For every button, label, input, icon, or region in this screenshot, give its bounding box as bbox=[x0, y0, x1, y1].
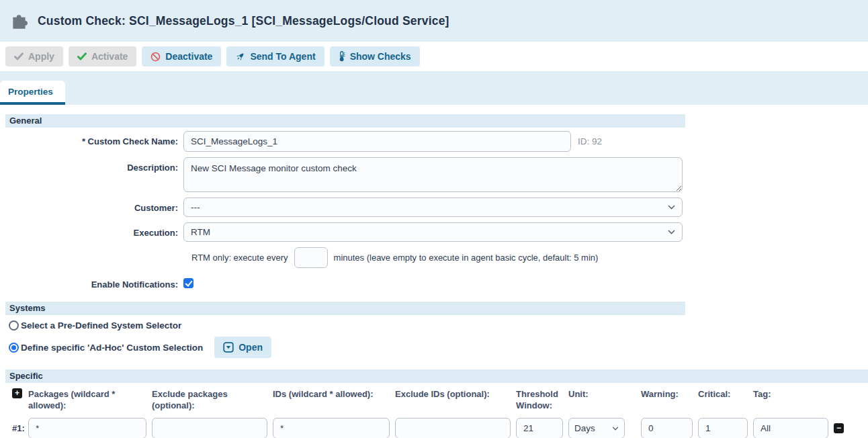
col-header-packages: Packages (wildcard * allowed): bbox=[28, 388, 146, 411]
enable-notifications-label: Enable Notifications: bbox=[0, 274, 178, 290]
custom-check-name-input[interactable] bbox=[183, 131, 571, 152]
check-id-text: ID: 92 bbox=[578, 131, 602, 146]
open-button-label: Open bbox=[238, 342, 263, 353]
general-form: * Custom Check Name: ID: 92 Description:… bbox=[0, 131, 868, 290]
send-to-agent-button[interactable]: Send To Agent bbox=[226, 46, 324, 67]
col-header-critical: Critical: bbox=[698, 388, 748, 400]
critical-input[interactable] bbox=[698, 418, 748, 438]
specific-table-header: + Packages (wildcard * allowed): Exclude… bbox=[0, 388, 868, 411]
col-header-exclude-ids: Exclude IDs (optional): bbox=[395, 388, 511, 400]
apply-button[interactable]: Apply bbox=[5, 46, 63, 67]
enable-notifications-row: Enable Notifications: bbox=[0, 274, 868, 290]
section-header-specific: Specific bbox=[5, 369, 868, 383]
chevron-down-icon bbox=[668, 205, 675, 210]
description-label: Description: bbox=[0, 157, 178, 173]
chevron-down-icon bbox=[612, 427, 619, 431]
send-to-agent-button-label: Send To Agent bbox=[250, 51, 315, 62]
check-icon bbox=[77, 52, 87, 60]
execution-row: Execution: RTM bbox=[0, 222, 868, 242]
caret-square-down-icon bbox=[223, 342, 234, 353]
deactivate-button[interactable]: Deactivate bbox=[142, 46, 221, 67]
section-header-systems: Systems bbox=[5, 302, 685, 315]
ids-input[interactable] bbox=[273, 418, 390, 438]
show-checks-button[interactable]: Show Checks bbox=[330, 46, 420, 67]
threshold-window-input[interactable] bbox=[516, 418, 563, 438]
rtm-hint-suffix: minutes (leave empty to execute in agent… bbox=[334, 253, 599, 263]
toolbar: Apply Activate Deactivate Send To Agent … bbox=[0, 42, 868, 71]
unit-select[interactable]: Days bbox=[568, 418, 625, 438]
rtm-hint-row: RTM only: execute every minutes (leave e… bbox=[191, 247, 868, 268]
custom-check-name-label: * Custom Check Name: bbox=[0, 131, 178, 146]
predefined-selector-option: Select a Pre-Defined System Selector bbox=[0, 319, 868, 331]
puzzle-piece-icon bbox=[9, 11, 30, 31]
deactivate-button-label: Deactivate bbox=[165, 51, 212, 62]
adhoc-selection-label: Define specific 'Ad-Hoc' Custom Selectio… bbox=[21, 343, 203, 353]
tab-bar: Properties bbox=[0, 71, 868, 105]
description-textarea[interactable]: New SCI Message monitor custom check bbox=[183, 157, 683, 192]
exclude-packages-input[interactable] bbox=[152, 418, 267, 438]
rtm-minutes-input[interactable] bbox=[294, 247, 328, 268]
row-number-label: #1: bbox=[12, 423, 23, 433]
col-header-warning: Warning: bbox=[641, 388, 693, 400]
exclude-ids-input[interactable] bbox=[395, 418, 511, 438]
customer-row: Customer: --- bbox=[0, 198, 868, 217]
customer-select[interactable]: --- bbox=[183, 198, 683, 217]
execution-select-value: RTM bbox=[191, 227, 210, 237]
col-header-exclude-packages: Exclude packages (optional): bbox=[152, 388, 267, 411]
rocket-icon bbox=[235, 52, 245, 62]
unit-select-value: Days bbox=[574, 423, 595, 433]
predefined-selector-label: Select a Pre-Defined System Selector bbox=[21, 320, 181, 331]
thermometer-icon bbox=[339, 51, 345, 62]
rtm-hint-prefix: RTM only: execute every bbox=[191, 253, 288, 263]
col-header-tag: Tag: bbox=[753, 388, 828, 400]
specific-table-row: #1: Days − bbox=[0, 418, 868, 438]
ban-icon bbox=[150, 52, 161, 62]
col-header-unit: Unit: bbox=[568, 388, 636, 400]
section-header-general: General bbox=[5, 114, 685, 128]
col-header-threshold-window: Threshold Window: bbox=[516, 388, 563, 411]
show-checks-button-label: Show Checks bbox=[350, 51, 411, 62]
tab-properties[interactable]: Properties bbox=[0, 81, 65, 105]
add-row-button[interactable]: + bbox=[12, 388, 22, 398]
activate-button-label: Activate bbox=[91, 51, 128, 62]
apply-button-label: Apply bbox=[28, 51, 54, 62]
page-header: Custom Check: SCI_MessageLogs_1 [SCI_Mes… bbox=[0, 0, 868, 42]
customer-label: Customer: bbox=[0, 198, 178, 213]
chevron-down-icon bbox=[668, 230, 675, 234]
customer-select-value: --- bbox=[191, 202, 200, 212]
adhoc-selection-option: Define specific 'Ad-Hoc' Custom Selectio… bbox=[0, 336, 868, 359]
description-row: Description: New SCI Message monitor cus… bbox=[0, 157, 868, 192]
page-title: Custom Check: SCI_MessageLogs_1 [SCI_Mes… bbox=[38, 14, 449, 28]
warning-input[interactable] bbox=[641, 418, 693, 438]
packages-input[interactable] bbox=[28, 418, 146, 438]
tag-input[interactable] bbox=[753, 418, 828, 438]
col-header-ids: IDs (wildcard * allowed): bbox=[273, 388, 390, 400]
open-button[interactable]: Open bbox=[214, 337, 271, 358]
execution-select[interactable]: RTM bbox=[183, 222, 683, 242]
check-icon bbox=[14, 52, 24, 60]
remove-row-button[interactable]: − bbox=[834, 423, 844, 433]
enable-notifications-checkbox[interactable] bbox=[183, 278, 193, 288]
custom-check-name-row: * Custom Check Name: ID: 92 bbox=[0, 131, 868, 152]
adhoc-selection-radio[interactable] bbox=[9, 343, 19, 353]
predefined-selector-radio[interactable] bbox=[9, 320, 19, 331]
execution-label: Execution: bbox=[0, 222, 178, 238]
activate-button[interactable]: Activate bbox=[69, 46, 136, 67]
